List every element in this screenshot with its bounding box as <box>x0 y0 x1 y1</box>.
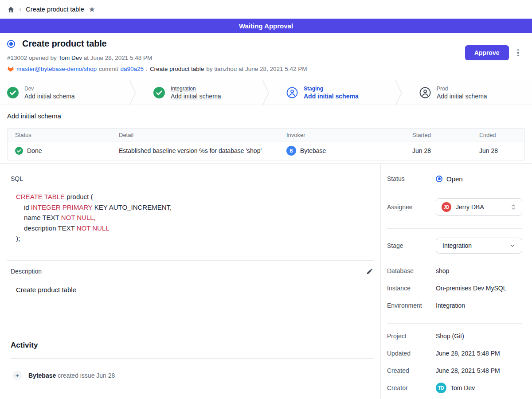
status-value: Open <box>446 175 463 183</box>
issue-title: Create product table <box>22 39 106 49</box>
task-table-header: Status Detail Invoker Started Ended <box>8 129 524 141</box>
stage-env-label: Staging <box>304 86 359 92</box>
chevron-right-icon: › <box>19 6 21 13</box>
pipeline-bar: Dev Add initial schema Integration Add i… <box>0 80 532 105</box>
sql-label: SQL <box>11 175 374 182</box>
created-label: Created <box>387 367 436 374</box>
updated-value: June 28, 2021 5:48 PM <box>436 350 500 357</box>
task-invoker: Bytebase <box>300 147 326 154</box>
project-value: Shop (Git) <box>436 332 464 340</box>
column-header: Started <box>405 132 472 138</box>
assignee-avatar: JD <box>442 202 451 212</box>
issue-author: Tom Dev <box>59 55 82 61</box>
pipeline-stage-staging[interactable]: Staging Add initial schema <box>266 80 399 105</box>
column-header: Invoker <box>279 132 405 138</box>
person-circle-icon <box>286 87 298 98</box>
task-ended: Jun 28 <box>472 147 524 154</box>
sql-code-block: CREATE TABLE product ( id INTEGER PRIMAR… <box>11 192 374 244</box>
task-started: Jun 28 <box>405 147 472 154</box>
description-label: Description <box>11 268 42 275</box>
plus-icon: + <box>12 371 22 380</box>
assignee-label: Assignee <box>387 203 436 211</box>
task-detail: Established baseline version %s for data… <box>111 147 279 154</box>
column-header: Detail <box>111 132 279 138</box>
stage-separator-icon <box>262 80 269 106</box>
stage-task-label: Add initial schema <box>437 93 487 100</box>
instance-value: On-premises Dev MySQL <box>436 285 506 292</box>
issue-open-icon <box>7 40 15 48</box>
check-circle-icon <box>15 147 23 155</box>
assignee-select[interactable]: JD Jerry DBA <box>436 198 522 216</box>
divider <box>387 323 522 324</box>
home-icon[interactable] <box>7 6 15 13</box>
edit-description-button[interactable] <box>365 267 374 276</box>
description-content: Create product table <box>11 286 374 293</box>
task-row[interactable]: Done Established baseline version %s for… <box>8 141 524 160</box>
activity-action: created issue Jun 28 <box>58 372 115 379</box>
updown-chevron-icon <box>510 203 516 211</box>
column-header: Status <box>8 132 111 138</box>
divider <box>7 260 374 261</box>
task-status: Done <box>27 147 42 154</box>
task-section-title: Add initial schema <box>7 112 525 120</box>
column-header: Ended <box>472 132 524 138</box>
breadcrumb-title: Create product table <box>26 6 84 13</box>
activity-title: Activity <box>11 341 374 350</box>
stage-env-label: Integration <box>171 86 221 92</box>
more-actions-icon[interactable] <box>515 47 522 59</box>
project-label: Project <box>387 332 436 340</box>
stage-task-label: Add initial schema <box>24 93 75 100</box>
stage-separator-icon <box>395 80 402 106</box>
creator-label: Creator <box>387 384 436 391</box>
approval-banner: Waiting Approval <box>0 19 532 33</box>
check-circle-icon <box>153 87 165 98</box>
updated-label: Updated <box>387 350 436 357</box>
pencil-icon <box>366 268 373 275</box>
environment-value: Integration <box>436 302 465 309</box>
branch-link[interactable]: master@bytebase-demo/shop <box>16 66 97 72</box>
creator-value: Tom Dev <box>450 384 475 391</box>
environment-label: Environment <box>387 302 436 309</box>
stage-env-label: Dev <box>24 86 75 92</box>
commit-line: master@bytebase-demo/shop commit da90a25… <box>7 65 521 72</box>
instance-label: Instance <box>387 285 436 292</box>
stage-task-label: Add initial schema <box>171 93 221 100</box>
pipeline-stage-integration[interactable]: Integration Add initial schema <box>133 80 266 105</box>
person-circle-icon <box>419 87 431 98</box>
issue-meta: #13002 opened by Tom Dev at June 28, 202… <box>7 55 521 61</box>
created-value: June 28, 2021 5:48 PM <box>436 367 500 374</box>
chevron-down-icon <box>509 243 516 249</box>
task-section: Add initial schema Status Detail Invoker… <box>0 105 532 160</box>
gitlab-icon <box>7 65 14 72</box>
status-label: Status <box>387 175 436 182</box>
commit-hash-link[interactable]: da90a25 <box>121 66 144 72</box>
invoker-avatar: B <box>286 146 296 156</box>
check-circle-icon <box>7 87 19 98</box>
activity-actor: Bytebase <box>28 372 56 379</box>
database-value: shop <box>436 267 449 274</box>
stage-select[interactable]: Integration <box>436 238 522 254</box>
pipeline-stage-dev[interactable]: Dev Add initial schema <box>0 80 133 105</box>
status-open-icon <box>436 176 442 182</box>
issue-detail-pane: SQL CREATE TABLE product ( id INTEGER PR… <box>0 164 380 399</box>
stage-label: Stage <box>387 242 436 249</box>
pipeline-stage-prod[interactable]: Prod Add initial schema <box>399 80 532 105</box>
breadcrumb: › Create product table ★ <box>0 0 532 19</box>
database-label: Database <box>387 267 436 274</box>
assignee-value: Jerry DBA <box>456 203 506 211</box>
approval-banner-text: Waiting Approval <box>239 22 293 30</box>
issue-sidebar: Status Open Assignee JD Jerry DBA Stage … <box>380 164 532 399</box>
commit-message: Create product table <box>150 66 204 72</box>
issue-header: Create product table #13002 opened by To… <box>0 33 532 80</box>
stage-separator-icon <box>129 80 136 106</box>
star-icon[interactable]: ★ <box>89 6 95 13</box>
activity-item: + Bytebase created issue Jun 28 <box>11 371 374 380</box>
divider <box>11 358 374 359</box>
activity-timeline-connector <box>17 392 17 399</box>
stage-value: Integration <box>442 242 509 249</box>
divider <box>387 228 522 229</box>
stage-task-label: Add initial schema <box>304 93 359 100</box>
creator-avatar: TD <box>436 383 446 393</box>
task-table: Status Detail Invoker Started Ended Done… <box>7 128 525 160</box>
approve-button[interactable]: Approve <box>465 45 509 60</box>
